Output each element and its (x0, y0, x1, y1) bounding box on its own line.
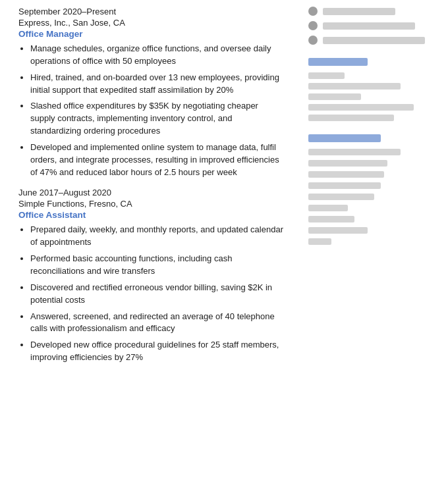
email-text (323, 22, 415, 30)
edu-year (308, 72, 345, 79)
edu-location (308, 93, 361, 100)
job-entry-2: June 2017–August 2020 Simple Functions, … (18, 188, 283, 363)
edu-school (308, 104, 414, 111)
job-2-bullets: Prepared daily, weekly, and monthly repo… (30, 224, 283, 363)
edu-dates (308, 115, 394, 121)
email-icon (308, 21, 318, 30)
list-item: Manage schedules, organize office functi… (30, 43, 283, 68)
list-item: Performed basic accounting functions, in… (30, 253, 283, 278)
skill-2 (308, 160, 387, 167)
skills-section-title (308, 134, 381, 142)
skill-3 (308, 171, 384, 178)
sidebar (296, 0, 448, 495)
skill-9 (308, 238, 331, 245)
job-1-bullets: Manage schedules, organize office functi… (30, 43, 283, 178)
list-item: Discovered and rectified erroneous vendo… (30, 282, 283, 307)
job-2-title: Office Assistant (18, 210, 283, 220)
skill-4 (308, 182, 381, 189)
skill-7 (308, 216, 354, 222)
list-item: Prepared daily, weekly, and monthly repo… (30, 224, 283, 249)
skill-5 (308, 194, 374, 200)
list-item: Developed and implemented online system … (30, 142, 283, 179)
job-1-company: Express, Inc., San Jose, CA (18, 18, 283, 28)
phone-text (323, 8, 395, 15)
address-text (323, 37, 425, 44)
contact-address (308, 36, 436, 45)
job-2-date: June 2017–August 2020 (18, 188, 283, 197)
phone-icon (308, 7, 318, 16)
edu-degree (308, 83, 401, 90)
list-item: Slashed office expenditures by $35K by n… (30, 100, 283, 138)
list-item: Answered, screened, and redirected an av… (30, 311, 283, 336)
skill-8 (308, 227, 368, 234)
contact-email (308, 21, 436, 30)
skill-1 (308, 149, 401, 155)
location-icon (308, 36, 318, 45)
skill-6 (308, 205, 348, 211)
job-1-title: Office Manager (18, 29, 283, 39)
job-1-date: September 2020–Present (18, 7, 283, 16)
education-section-title (308, 58, 368, 66)
main-content: September 2020–Present Express, Inc., Sa… (0, 0, 296, 495)
list-item: Hired, trained, and on-boarded over 13 n… (30, 72, 283, 97)
job-2-company: Simple Functions, Fresno, CA (18, 199, 283, 209)
job-entry-1: September 2020–Present Express, Inc., Sa… (18, 7, 283, 178)
list-item: Developed new office procedural guidelin… (30, 339, 283, 364)
contact-phone (308, 7, 436, 16)
